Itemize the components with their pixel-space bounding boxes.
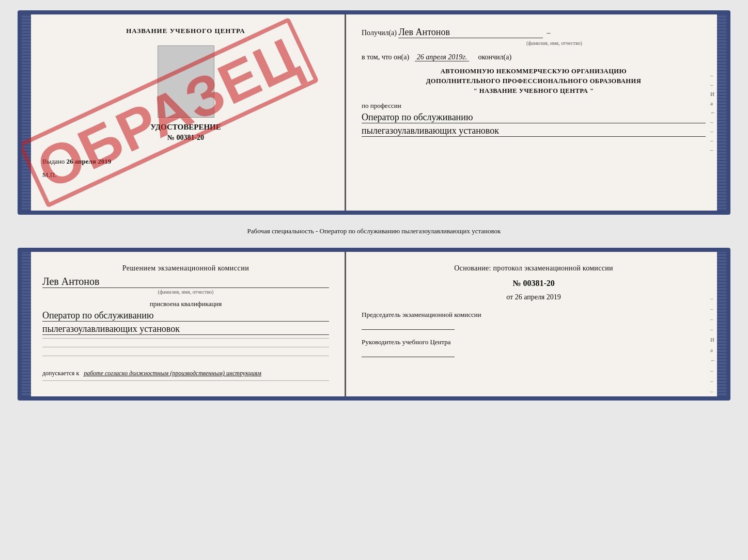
org-line2: ДОПОЛНИТЕЛЬНОГО ПРОФЕССИОНАЛЬНОГО ОБРАЗО… <box>362 76 706 86</box>
protocol-date: от 26 апреля 2019 <box>362 293 706 301</box>
blank-line-2 <box>42 347 329 347</box>
bottom-person-name: Лев Антонов <box>42 276 329 288</box>
chairman-label: Председатель экзаменационной комиссии <box>362 311 706 319</box>
date-line: в том, что он(а) 26 апреля 2019г. окончи… <box>362 53 706 61</box>
cert-number: № 00381-20 <box>42 134 329 142</box>
protocol-date-prefix: от <box>506 293 513 301</box>
issued-line: Выдано 26 апреля 2019 <box>42 157 329 166</box>
issued-date: 26 апреля 2019 <box>67 157 112 165</box>
bottom-right-page: Основание: протокол экзаменационной коми… <box>346 252 726 396</box>
mp-line: М.П. <box>42 171 329 179</box>
org-line1: АВТОНОМНУЮ НЕКОММЕРЧЕСКУЮ ОРГАНИЗАЦИЮ <box>362 67 706 76</box>
profession-line2: пылегазоулавливающих установок <box>362 125 706 137</box>
bottom-left-page: Решением экзаменационной комиссии Лев Ан… <box>22 252 346 396</box>
qualification-label: присвоена квалификация <box>42 300 329 308</box>
fio-label-top: (фамилия, имя, отчество) <box>403 40 706 46</box>
blank-line-1 <box>42 338 329 339</box>
date-prefix: в том, что он(а) <box>362 53 409 61</box>
director-block: Руководитель учебного Центра <box>362 338 706 357</box>
org-line3: " НАЗВАНИЕ УЧЕБНОГО ЦЕНТРА " <box>362 86 706 96</box>
director-label: Руководитель учебного Центра <box>362 338 706 346</box>
cert-title: УДОСТОВЕРЕНИЕ <box>42 123 329 132</box>
cert-right-page: Получил(а) Лев Антонов – (фамилия, имя, … <box>346 14 726 211</box>
received-name: Лев Антонов <box>398 27 543 38</box>
org-block: АВТОНОМНУЮ НЕКОММЕРЧЕСКУЮ ОРГАНИЗАЦИЮ ДО… <box>362 67 706 95</box>
allowed-label: допускается к <box>42 370 79 377</box>
protocol-date-value: 26 апреля 2019 <box>515 293 561 301</box>
qualification-line2: пылегазоулавливающих установок <box>42 324 329 335</box>
blank-line-3 <box>42 356 329 356</box>
bottom-certificate: Решением экзаменационной комиссии Лев Ан… <box>18 248 730 401</box>
cert-left-page: НАЗВАНИЕ УЧЕБНОГО ЦЕНТРА УДОСТОВЕРЕНИЕ №… <box>22 14 346 211</box>
profession-label: по профессии <box>362 102 706 110</box>
foundation-text: Основание: протокол экзаменационной коми… <box>362 264 706 273</box>
top-certificate: НАЗВАНИЕ УЧЕБНОГО ЦЕНТРА УДОСТОВЕРЕНИЕ №… <box>18 10 730 215</box>
side-marks-top: – – И а ← – – – – <box>710 72 716 153</box>
blank-line-4 <box>42 380 329 381</box>
issued-label: Выдано <box>42 157 65 165</box>
middle-description: Рабочая специальность - Оператор по обсл… <box>247 223 501 239</box>
allowed-text: допускается к работе согласно должностны… <box>42 366 329 377</box>
date-suffix: окончил(а) <box>478 53 511 61</box>
decision-title: Решением экзаменационной комиссии <box>42 264 329 273</box>
profession-line1: Оператор по обслуживанию <box>362 112 706 123</box>
chairman-signature-line <box>362 329 455 330</box>
fio-label-bottom: (фамилия, имя, отчество) <box>42 289 329 295</box>
date-value: 26 апреля 2019г. <box>415 53 469 61</box>
received-label: Получил(а) <box>362 29 397 37</box>
photo-placeholder <box>158 45 214 118</box>
allowed-value: работе согласно должностным (производств… <box>84 370 261 377</box>
side-marks-bottom: – – – – И а ← – – – – – <box>710 295 716 401</box>
received-line: Получил(а) Лев Антонов – <box>362 27 706 38</box>
school-title-top: НАЗВАНИЕ УЧЕБНОГО ЦЕНТРА <box>42 27 329 35</box>
director-signature-line <box>362 357 455 357</box>
chairman-block: Председатель экзаменационной комиссии <box>362 311 706 330</box>
qualification-line1: Оператор по обслуживанию <box>42 310 329 322</box>
protocol-number: № 00381-20 <box>362 279 706 288</box>
